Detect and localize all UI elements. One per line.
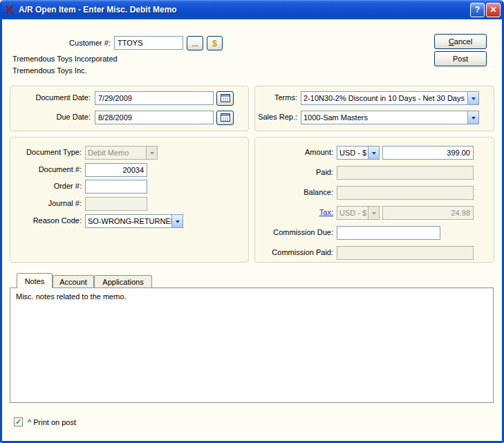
notes-textarea[interactable]: Misc. notes related to the memo. <box>10 288 494 403</box>
customer-lookup-button[interactable]: ... <box>187 36 203 50</box>
chevron-down-icon <box>368 147 379 159</box>
order-number-label: Order #: <box>9 182 82 191</box>
amount-currency-value: USD - $ <box>337 147 368 159</box>
dialog-body: Customer #: ... $ Cancel Post Tremendous… <box>2 19 502 441</box>
document-date-label: Document Date: <box>13 93 91 102</box>
cancel-button[interactable]: Cancel <box>434 34 487 49</box>
reason-code-value: SO-WRONG-RETURNED-SC <box>86 215 171 227</box>
terms-value: 2-10N30-2% Discount in 10 Days - Net 30 … <box>301 92 467 104</box>
dialog-window: A/R Open Item - Enter Misc. Debit Memo ?… <box>0 0 504 443</box>
sales-rep-select[interactable]: 1000-Sam Masters <box>301 111 479 124</box>
amount-label: Amount: <box>260 148 333 157</box>
sales-rep-label: Sales Rep.: <box>232 113 297 122</box>
amount-input[interactable] <box>382 146 474 160</box>
customer-alt-name: Tremendous Toys Inc. <box>12 66 87 75</box>
tax-link[interactable]: Tax: <box>319 208 333 216</box>
tax-currency-select: USD - $ <box>337 206 380 220</box>
tax-input <box>382 206 474 220</box>
balance-input <box>337 186 474 200</box>
document-type-label: Document Type: <box>9 148 82 157</box>
chevron-down-icon <box>171 215 183 227</box>
commission-due-input[interactable] <box>337 226 440 240</box>
sales-rep-value: 1000-Sam Masters <box>301 111 467 124</box>
titlebar: A/R Open Item - Enter Misc. Debit Memo ?… <box>0 0 504 19</box>
document-type-value: Debit Memo <box>86 147 146 159</box>
chevron-down-icon <box>368 207 379 219</box>
help-button[interactable]: ? <box>470 3 485 17</box>
cancel-label: Cancel <box>449 37 472 46</box>
post-label: Post <box>453 55 468 63</box>
tab-applications[interactable]: Applications <box>94 275 152 288</box>
reason-code-select[interactable]: SO-WRONG-RETURNED-SC <box>85 214 183 228</box>
journal-number-label: Journal #: <box>9 199 82 208</box>
paid-input <box>337 166 474 180</box>
tab-notes[interactable]: Notes <box>17 273 53 288</box>
document-number-label: Document #: <box>9 165 82 174</box>
chevron-down-icon <box>146 147 157 159</box>
customer-input[interactable] <box>114 36 183 50</box>
document-number-input[interactable] <box>85 163 147 177</box>
journal-number-input <box>85 197 147 211</box>
notes-text: Misc. notes related to the memo. <box>16 292 487 301</box>
terms-select[interactable]: 2-10N30-2% Discount in 10 Days - Net 30 … <box>301 91 479 105</box>
amount-currency-select[interactable]: USD - $ <box>337 146 380 160</box>
customer-currency-button[interactable]: $ <box>207 36 223 50</box>
reason-code-label: Reason Code: <box>9 216 82 225</box>
order-number-input[interactable] <box>85 180 147 194</box>
customer-label: Customer #: <box>28 39 111 48</box>
window-title: A/R Open Item - Enter Misc. Debit Memo <box>19 5 469 15</box>
app-icon <box>3 4 15 15</box>
commission-due-label: Commission Due: <box>260 228 333 237</box>
chevron-down-icon <box>467 92 478 104</box>
chevron-down-icon <box>467 111 478 124</box>
customer-name: Tremendous Toys Incorporated <box>12 55 118 64</box>
tax-currency-value: USD - $ <box>337 207 368 219</box>
commission-paid-input <box>337 246 474 260</box>
document-date-input[interactable] <box>95 91 214 105</box>
tax-label-wrap: Tax: <box>260 208 333 217</box>
post-button[interactable]: Post <box>434 51 487 66</box>
commission-paid-label: Commission Paid: <box>260 248 333 257</box>
print-on-post-checkbox[interactable] <box>14 417 23 426</box>
document-type-select: Debit Memo <box>85 146 158 160</box>
print-on-post-label: ^ Print on post <box>28 418 76 427</box>
due-date-label: Due Date: <box>13 113 91 122</box>
due-date-input[interactable] <box>95 111 214 124</box>
close-button[interactable]: ✕ <box>486 3 501 17</box>
tab-account[interactable]: Account <box>53 275 94 288</box>
balance-label: Balance: <box>260 188 333 197</box>
ellipsis-icon: ... <box>192 39 198 48</box>
paid-label: Paid: <box>260 168 333 177</box>
calendar-icon <box>221 93 230 104</box>
dollar-icon: $ <box>212 39 217 48</box>
calendar-icon <box>221 113 230 123</box>
terms-label: Terms: <box>232 93 297 102</box>
